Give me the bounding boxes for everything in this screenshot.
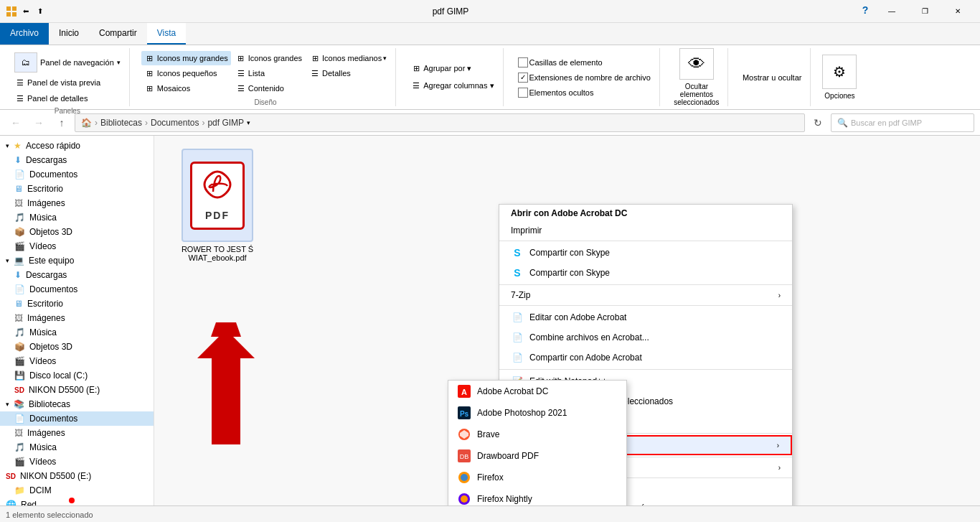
- sidebar-item-objetos3d-quick[interactable]: 📦 Objetos 3D: [0, 225, 154, 239]
- sidebar-item-imagenes-pc[interactable]: 🖼 Imágenes: [0, 311, 154, 325]
- musica-icon: 🎵: [14, 213, 25, 223]
- ctx-editar-acrobat[interactable]: 📄 Editar con Adobe Acrobat: [499, 307, 792, 327]
- skype1-label: Compartir con Skype: [529, 248, 610, 258]
- sidebar-item-escritorio-quick[interactable]: 🖥 Escritorio: [0, 182, 154, 196]
- escritorio-pc-icon: 🖥: [14, 299, 23, 309]
- sidebar-item-videos-lib[interactable]: 🎬 Vídeos: [0, 455, 154, 469]
- casillas-label: Casillas de elemento: [529, 58, 603, 67]
- elementos-ocultos-btn[interactable]: Elementos ocultos: [515, 86, 654, 99]
- search-placeholder: Buscar en pdf GIMP: [851, 118, 922, 127]
- submenu-acrobat-dc[interactable]: A Adobe Acrobat DC: [448, 381, 626, 402]
- ctx-compartir-acrobat[interactable]: 📄 Compartir con Adobe Acrobat: [499, 348, 792, 368]
- submenu-firefox-nightly[interactable]: Firefox Nightly: [448, 488, 626, 505]
- close-btn[interactable]: ✕: [941, 0, 974, 23]
- sidebar-item-objetos3d-pc[interactable]: 📦 Objetos 3D: [0, 340, 154, 354]
- contenido-icon: ☰: [235, 83, 247, 94]
- iconos-pequenos-btn[interactable]: ⊞ Iconos pequeños: [141, 66, 231, 80]
- casillas-btn[interactable]: Casillas de elemento: [515, 56, 654, 69]
- back-btn[interactable]: ←: [6, 113, 26, 133]
- ctx-combine[interactable]: 📄 Combine archivos en Acrobat...: [499, 327, 792, 348]
- equipo-arrow: ▾: [6, 257, 9, 264]
- sidebar-item-music-lib[interactable]: 🎵 Música: [0, 440, 154, 455]
- imprimir-label: Imprimir: [511, 225, 542, 236]
- contenido-btn[interactable]: ☰ Contenido: [232, 81, 305, 95]
- sidebar-item-imagenes-quick[interactable]: 🖼 Imágenes: [0, 196, 154, 210]
- extensiones-label: Extensiones de nombre de archivo: [529, 73, 651, 82]
- ctx-imprimir[interactable]: Imprimir: [499, 222, 792, 239]
- sidebar-item-nikon2[interactable]: SD NIKON D5500 (E:): [0, 469, 154, 483]
- equipo-label: Este equipo: [29, 256, 74, 266]
- breadcrumb-libraries[interactable]: Bibliotecas: [100, 118, 142, 128]
- minimize-btn[interactable]: —: [875, 0, 908, 23]
- sidebar-item-musica-quick[interactable]: 🎵 Música: [0, 210, 154, 225]
- nav-forward-icon: ⬆: [34, 6, 46, 17]
- ctx-skype1[interactable]: S Compartir con Skype: [499, 243, 792, 263]
- search-bar[interactable]: 🔍 Buscar en pdf GIMP: [831, 113, 974, 132]
- sidebar-item-network[interactable]: 🌐 Red: [0, 498, 154, 505]
- sidebar-item-videos-quick[interactable]: 🎬 Vídeos: [0, 239, 154, 253]
- sidebar-item-local-disk[interactable]: 💾 Disco local (C:): [0, 368, 154, 383]
- panel-detalles-btn[interactable]: ☰ Panel de detalles: [11, 91, 123, 106]
- panel-vista-previa-btn[interactable]: ☰ Panel de vista previa: [11, 75, 123, 90]
- iconos-medianos-icon: ⊞: [309, 52, 321, 64]
- sidebar-item-musica-pc[interactable]: 🎵 Música: [0, 325, 154, 340]
- sidebar-item-dcim[interactable]: 📁 DCIM: [0, 483, 154, 498]
- svg-text:Ps: Ps: [460, 410, 469, 418]
- agregar-columnas-btn[interactable]: ☰ Agregar columnas ▾: [407, 79, 496, 93]
- sidebar-item-documents-lib[interactable]: 📄 Documentos: [0, 411, 154, 426]
- ctx-skype2[interactable]: S Compartir con Skype: [499, 263, 792, 283]
- submenu-photoshop[interactable]: Ps Adobe Photoshop 2021: [448, 402, 626, 424]
- videos-pc-icon: 🎬: [14, 356, 25, 366]
- help-btn[interactable]: ?: [855, 0, 875, 20]
- sidebar-item-escritorio-pc[interactable]: 🖥 Escritorio: [0, 297, 154, 311]
- sidebar-item-nikon1[interactable]: SD NIKON D5500 (E:): [0, 383, 154, 397]
- tab-vista[interactable]: Vista: [147, 23, 186, 45]
- mosaicos-label: Mosaicos: [157, 84, 190, 93]
- refresh-btn[interactable]: ↻: [808, 113, 828, 133]
- iconos-medianos-btn[interactable]: ⊞ Iconos medianos ▾: [306, 51, 390, 65]
- svg-text:DB: DB: [460, 453, 469, 460]
- ctx-abrir-acrobat[interactable]: Abrir con Adobe Acrobat DC: [499, 205, 792, 222]
- sidebar-item-quick-access[interactable]: ▾ ★ Acceso rápido: [0, 139, 154, 153]
- breadcrumb-dropdown[interactable]: ▾: [247, 119, 250, 126]
- breadcrumb-documents[interactable]: Documentos: [151, 118, 199, 128]
- iconos-muy-grandes-btn[interactable]: ⊞ Iconos muy grandes: [141, 51, 231, 65]
- title-bar-icons: ⬅ ⬆: [6, 6, 46, 17]
- images-lib-label: Imágenes: [27, 428, 65, 438]
- sidebar-item-descargas-quick[interactable]: ⬇ Descargas: [0, 153, 154, 167]
- mosaicos-btn[interactable]: ⊞ Mosaicos: [141, 81, 231, 95]
- ocultar-seleccionados-btn[interactable]: 👁: [679, 48, 714, 80]
- iconos-grandes-btn[interactable]: ⊞ Iconos grandes: [232, 51, 305, 65]
- videos-icon: 🎬: [14, 241, 25, 251]
- panel-navegacion-btn[interactable]: 🗂 Panel de navegación ▾: [11, 51, 123, 74]
- sidebar-item-videos-pc[interactable]: 🎬 Vídeos: [0, 354, 154, 368]
- tab-inicio[interactable]: Inicio: [49, 23, 89, 45]
- extensiones-btn[interactable]: Extensiones de nombre de archivo: [515, 71, 654, 84]
- descargas-pc-icon: ⬇: [14, 270, 22, 280]
- sidebar-item-este-equipo[interactable]: ▾ 💻 Este equipo: [0, 253, 154, 268]
- sidebar-item-descargas-pc[interactable]: ⬇ Descargas: [0, 268, 154, 282]
- mostrar-ocultar-btn[interactable]: Mostrar u ocultar: [740, 70, 805, 85]
- agrupar-por-btn[interactable]: ⊞ Agrupar por ▾: [407, 62, 496, 76]
- sidebar-item-docs-pc[interactable]: 📄 Documentos: [0, 282, 154, 297]
- tab-archivo[interactable]: Archivo: [0, 23, 49, 45]
- up-btn[interactable]: ↑: [52, 113, 72, 133]
- submenu-firefox[interactable]: Firefox: [448, 467, 626, 488]
- conceder-arrow: ›: [778, 464, 781, 472]
- detalles-btn[interactable]: ☰ Detalles: [306, 66, 390, 80]
- lista-btn[interactable]: ☰ Lista: [232, 66, 305, 80]
- submenu-drawboard[interactable]: DB Drawboard PDF: [448, 445, 626, 467]
- sidebar-item-docs-quick[interactable]: 📄 Documentos: [0, 167, 154, 182]
- address-bar[interactable]: 🏠 › Bibliotecas › Documentos › pdf GIMP …: [75, 113, 805, 132]
- equipo-icon: 💻: [14, 256, 24, 266]
- ctx-7zip[interactable]: 7-Zip ›: [499, 286, 792, 304]
- submenu-brave[interactable]: Brave: [448, 424, 626, 445]
- sidebar-item-images-lib[interactable]: 🖼 Imágenes: [0, 426, 154, 440]
- opciones-btn[interactable]: ⚙: [822, 55, 857, 89]
- breadcrumb-current[interactable]: pdf GIMP: [207, 118, 244, 128]
- maximize-btn[interactable]: ❐: [908, 0, 941, 23]
- file-item-pdf[interactable]: PDF ROWER TO JEST ŚWIAT_ebook.pdf: [174, 149, 260, 262]
- sidebar-item-bibliotecas[interactable]: ▾ 📚 Bibliotecas: [0, 397, 154, 411]
- tab-compartir[interactable]: Compartir: [89, 23, 147, 45]
- forward-btn[interactable]: →: [29, 113, 49, 133]
